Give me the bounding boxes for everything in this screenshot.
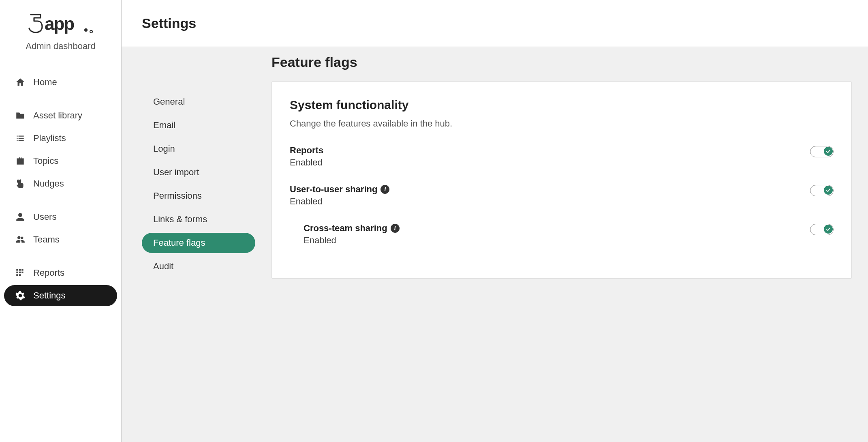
feature-status: Enabled [304, 235, 802, 246]
settings-subnav-column: General Email Login User import Permissi… [122, 47, 272, 442]
subnav-item-label: Audit [153, 261, 173, 271]
feature-status: Enabled [290, 196, 802, 207]
feature-label: User-to-user sharing i [290, 184, 802, 195]
sidebar-item-playlists[interactable]: Playlists [4, 128, 117, 149]
subnav-item-user-import[interactable]: User import [142, 162, 255, 182]
logo-area: app Admin dashboard [0, 12, 121, 64]
sidebar-item-label: Asset library [33, 110, 82, 121]
subnav-item-feature-flags[interactable]: Feature flags [142, 233, 255, 253]
subnav-item-label: User import [153, 167, 199, 177]
brand-logo: app [28, 12, 93, 39]
check-icon [824, 147, 833, 156]
admin-subtitle: Admin dashboard [12, 41, 109, 51]
section-title: System functionality [290, 98, 834, 112]
primary-nav: Home Asset library Playlists Topics [0, 64, 121, 314]
sidebar-item-label: Reports [33, 268, 64, 278]
subnav-item-label: Links & forms [153, 214, 207, 224]
settings-subnav: General Email Login User import Permissi… [142, 92, 255, 277]
subnav-item-label: Email [153, 120, 175, 130]
subnav-item-audit[interactable]: Audit [142, 256, 255, 277]
feature-label: Cross-team sharing i [304, 223, 802, 234]
sidebar-item-label: Playlists [33, 133, 66, 144]
subnav-item-label: Feature flags [153, 238, 205, 248]
sidebar-item-nudges[interactable]: Nudges [4, 173, 117, 194]
sidebar: app Admin dashboard Home Asset library [0, 0, 122, 442]
briefcase-icon [15, 155, 26, 167]
grid-icon [15, 267, 26, 279]
toggle-cross-team-sharing[interactable] [810, 224, 834, 235]
toggle-reports[interactable] [810, 146, 834, 157]
sidebar-item-label: Home [33, 77, 57, 88]
feature-info: User-to-user sharing i Enabled [290, 184, 802, 207]
section-description: Change the features available in the hub… [290, 118, 834, 129]
gear-icon [15, 290, 26, 301]
subnav-item-login[interactable]: Login [142, 139, 255, 159]
pointer-icon [15, 178, 26, 189]
subnav-item-label: Permissions [153, 191, 202, 201]
sidebar-item-label: Settings [33, 290, 66, 301]
feature-info: Reports Enabled [290, 145, 802, 168]
svg-text:app: app [45, 14, 74, 34]
feature-label: Reports [290, 145, 802, 156]
detail-heading: Feature flags [272, 54, 852, 70]
subnav-item-links-forms[interactable]: Links & forms [142, 209, 255, 230]
check-icon [824, 186, 833, 195]
topbar: Settings [122, 0, 868, 47]
toggle-user-sharing[interactable] [810, 185, 834, 196]
sidebar-item-topics[interactable]: Topics [4, 150, 117, 172]
check-icon [824, 225, 833, 234]
page-title: Settings [142, 15, 848, 31]
folder-icon [15, 110, 26, 121]
subnav-item-permissions[interactable]: Permissions [142, 186, 255, 206]
sidebar-item-teams[interactable]: Teams [4, 229, 117, 250]
list-icon [15, 133, 26, 144]
sidebar-item-label: Users [33, 212, 56, 222]
users-icon [15, 234, 26, 245]
sidebar-item-asset-library[interactable]: Asset library [4, 105, 117, 126]
sidebar-item-label: Nudges [33, 178, 64, 189]
subnav-item-label: General [153, 97, 185, 107]
info-icon[interactable]: i [381, 185, 389, 194]
content-area: General Email Login User import Permissi… [122, 47, 868, 442]
svg-point-1 [84, 28, 88, 32]
sidebar-item-label: Topics [33, 156, 58, 166]
system-functionality-card: System functionality Change the features… [272, 82, 852, 279]
logo-svg: app [28, 12, 93, 34]
sidebar-item-settings[interactable]: Settings [4, 285, 117, 306]
main-content: Settings General Email Login User import… [122, 0, 868, 442]
user-icon [15, 211, 26, 223]
feature-status: Enabled [290, 157, 802, 168]
info-icon[interactable]: i [391, 224, 400, 233]
sidebar-item-reports[interactable]: Reports [4, 262, 117, 283]
home-icon [15, 77, 26, 88]
sidebar-item-users[interactable]: Users [4, 206, 117, 227]
subnav-item-email[interactable]: Email [142, 115, 255, 135]
svg-point-2 [90, 30, 92, 33]
subnav-item-label: Login [153, 144, 175, 154]
detail-column: Feature flags System functionality Chang… [272, 47, 868, 442]
sidebar-item-home[interactable]: Home [4, 72, 117, 93]
subnav-item-general[interactable]: General [142, 92, 255, 112]
feature-row-cross-team-sharing: Cross-team sharing i Enabled [290, 223, 834, 246]
feature-row-user-sharing: User-to-user sharing i Enabled [290, 184, 834, 207]
sidebar-item-label: Teams [33, 234, 60, 245]
feature-info: Cross-team sharing i Enabled [304, 223, 802, 246]
feature-row-reports: Reports Enabled [290, 145, 834, 168]
